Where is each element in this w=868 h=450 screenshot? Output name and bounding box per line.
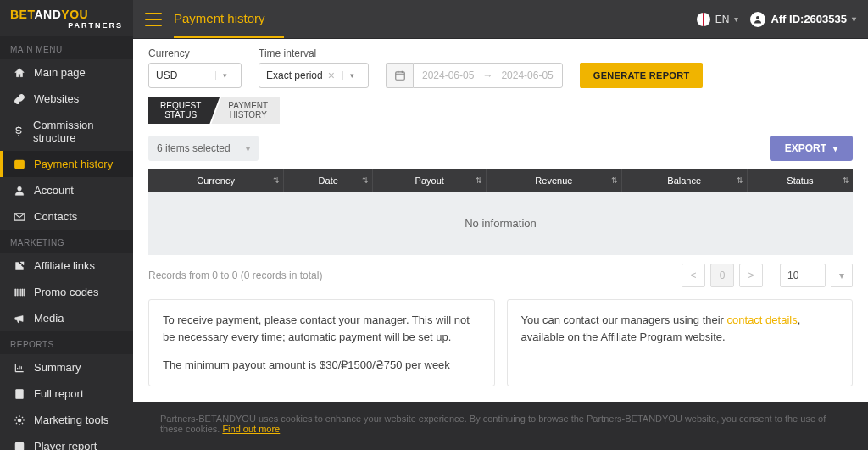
dollar-icon — [13, 125, 25, 138]
chevron-down-icon[interactable]: ▾ — [831, 264, 853, 287]
sidebar-heading: MARKETING — [0, 230, 133, 253]
chevron-down-icon: ▾ — [215, 71, 234, 80]
date-to: 2024-06-05 — [501, 69, 553, 81]
sidebar-item-summary[interactable]: Summary — [0, 354, 133, 381]
logo-part-and: AND — [34, 8, 61, 21]
flag-icon — [697, 13, 710, 26]
chevron-down-icon: ▾ — [246, 144, 250, 153]
sidebar-item-websites[interactable]: Websites — [0, 86, 133, 112]
menu-toggle-icon[interactable] — [145, 13, 162, 26]
sidebar-item-label: Promo codes — [34, 286, 99, 298]
export-label: EXPORT — [785, 142, 826, 154]
sidebar-item-label: Contacts — [34, 210, 77, 223]
svg-point-3 — [18, 419, 21, 422]
info-text: You can contact our managers using their — [521, 314, 727, 326]
tabs: REQUESTSTATUS PAYMENTHISTORY — [133, 93, 868, 124]
col-date[interactable]: Date⇅ — [284, 169, 373, 192]
tab-payment-history[interactable]: PAYMENTHISTORY — [211, 97, 280, 124]
brand-logo[interactable]: BETANDYOU PARTNERS — [0, 0, 133, 36]
sidebar-item-marketing-tools[interactable]: Marketing tools — [0, 407, 133, 433]
sort-icon: ⇅ — [737, 176, 742, 185]
avatar-icon — [750, 12, 765, 27]
sidebar-item-affiliate-links[interactable]: Affiliate links — [0, 253, 133, 279]
logo-part-you: YOU — [61, 8, 88, 21]
sidebar-item-label: Full report — [34, 387, 84, 400]
column-selector-label: 6 items selected — [157, 142, 231, 154]
sidebar-item-payment-history[interactable]: Payment history — [0, 151, 133, 177]
sort-icon: ⇅ — [273, 176, 278, 185]
external-icon — [13, 259, 25, 272]
sidebar-item-account[interactable]: Account — [0, 177, 133, 203]
language-selector[interactable]: EN ▾ — [697, 13, 739, 26]
clear-icon[interactable]: × — [323, 69, 340, 82]
date-range-picker[interactable]: 2024-06-05 → 2024-06-05 — [386, 63, 563, 88]
megaphone-icon — [13, 312, 25, 325]
topbar: Payment history EN ▾ Aff ID:2603535 ▾ — [133, 0, 868, 39]
chart-icon — [13, 361, 25, 374]
col-status[interactable]: Status⇅ — [747, 169, 853, 192]
export-button[interactable]: EXPORT ▾ — [770, 136, 853, 161]
svg-point-5 — [756, 16, 760, 19]
interval-select[interactable]: Exact period × ▾ — [259, 63, 369, 88]
info-card-contact: You can contact our managers using their… — [507, 299, 854, 386]
sidebar: BETANDYOU PARTNERS MAIN MENUMain pageWeb… — [0, 0, 133, 450]
cookie-more-link[interactable]: Find out more — [222, 424, 280, 434]
language-code: EN — [715, 14, 730, 25]
pager-prev-button[interactable]: < — [682, 264, 705, 287]
pager-next-button[interactable]: > — [739, 264, 763, 287]
logo-sub: PARTNERS — [68, 21, 123, 30]
svg-point-1 — [17, 186, 21, 191]
calendar-icon — [386, 63, 413, 88]
barcode-icon — [13, 286, 25, 298]
sort-icon: ⇅ — [476, 176, 481, 185]
payments-table: Currency⇅Date⇅Payout⇅Revenue⇅Balance⇅Sta… — [148, 169, 853, 255]
col-revenue[interactable]: Revenue⇅ — [487, 169, 621, 192]
contact-details-link[interactable]: contact details — [727, 314, 798, 326]
sidebar-item-label: Marketing tools — [34, 414, 108, 426]
svg-rect-6 — [395, 72, 404, 80]
info-text: To receive payment, please contact your … — [163, 312, 481, 345]
col-payout[interactable]: Payout⇅ — [373, 169, 487, 192]
tools-icon — [13, 414, 25, 426]
sidebar-item-label: Websites — [34, 92, 79, 105]
sidebar-heading: REPORTS — [0, 331, 133, 354]
info-card-payment: To receive payment, please contact your … — [148, 299, 495, 386]
sidebar-item-full-report[interactable]: Full report — [0, 381, 133, 407]
page-size-select[interactable]: 10 — [780, 264, 826, 287]
sidebar-item-label: Main page — [34, 66, 86, 79]
page-title: Payment history — [174, 11, 284, 25]
page-size-value: 10 — [787, 269, 798, 281]
currency-select[interactable]: USD ▾ — [148, 63, 242, 88]
svg-rect-4 — [15, 442, 23, 450]
sort-icon: ⇅ — [843, 176, 848, 185]
sidebar-item-label: Account — [34, 184, 74, 197]
filters-bar: Currency USD ▾ Time interval Exact perio… — [133, 39, 868, 93]
sidebar-item-label: Media — [34, 312, 64, 325]
sidebar-item-label: Summary — [34, 361, 81, 374]
affiliate-id: Aff ID:2603535 — [771, 13, 847, 25]
link-icon — [13, 92, 25, 105]
tab-request-status[interactable]: REQUESTSTATUS — [148, 97, 220, 124]
sidebar-item-commission-structure[interactable]: Commission structure — [0, 112, 133, 151]
sidebar-item-contacts[interactable]: Contacts — [0, 203, 133, 230]
players-icon — [13, 440, 25, 450]
affiliate-menu[interactable]: Aff ID:2603535 ▾ — [750, 12, 856, 27]
date-from: 2024-06-05 — [422, 69, 474, 81]
generate-report-button[interactable]: GENERATE REPORT — [580, 63, 704, 88]
sidebar-item-media[interactable]: Media — [0, 305, 133, 331]
col-balance[interactable]: Balance⇅ — [621, 169, 747, 192]
chevron-down-icon: ▾ — [852, 14, 856, 24]
sidebar-item-player-report[interactable]: Player report — [0, 433, 133, 450]
interval-label: Time interval — [259, 47, 369, 59]
svg-rect-0 — [14, 160, 24, 168]
col-currency[interactable]: Currency⇅ — [148, 169, 284, 192]
chevron-down-icon: ▾ — [734, 14, 738, 24]
pager-current: 0 — [710, 264, 734, 287]
list-icon — [13, 158, 25, 170]
interval-value: Exact period — [266, 69, 323, 81]
column-selector[interactable]: 6 items selected ▾ — [148, 136, 259, 161]
sidebar-item-label: Affiliate links — [34, 259, 95, 272]
sidebar-item-main-page[interactable]: Main page — [0, 59, 133, 86]
chevron-down-icon: ▾ — [833, 144, 837, 153]
sidebar-item-promo-codes[interactable]: Promo codes — [0, 279, 133, 305]
